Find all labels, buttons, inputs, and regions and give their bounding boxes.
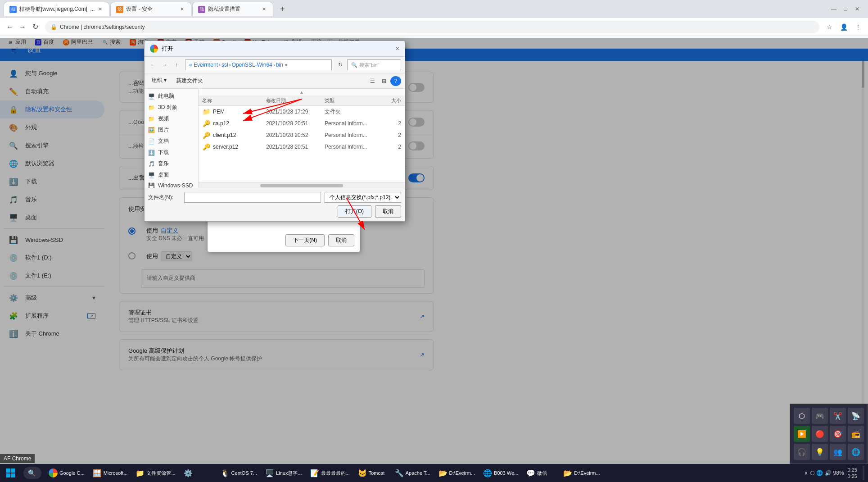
taskbar-item-apache[interactable]: 🔧 Apache T...	[391, 465, 434, 481]
fd-search-text: 搜索"bin"	[359, 62, 380, 68]
tray-popup-globe[interactable]: 🌐	[848, 444, 864, 460]
taskbar-search[interactable]: 🔍	[23, 467, 41, 479]
taskbar-clock[interactable]: 0:25 0:25	[848, 467, 857, 480]
taskbar-item-chrome[interactable]: Google C...	[45, 465, 88, 481]
tab-3-close[interactable]: ✕	[260, 6, 267, 13]
bc-item-eveirment[interactable]: « Eveirment	[189, 62, 218, 68]
fd-file-name-server: server.p12	[213, 144, 266, 150]
fd-refresh-btn[interactable]: ↻	[335, 60, 345, 70]
fd-open-button[interactable]: 打开(O)	[338, 205, 371, 218]
fd-sidebar-computer[interactable]: 🖥️此电脑	[145, 91, 198, 102]
address-bar[interactable]: 🔒 Chrome | chrome://settings/security	[45, 21, 819, 33]
fd-back-btn[interactable]: ←	[148, 60, 158, 70]
taskbar-item-microsoft[interactable]: 🪟 Microsoft...	[89, 465, 131, 481]
forward-button[interactable]: →	[16, 21, 29, 33]
window-maximize[interactable]: □	[840, 4, 851, 14]
bc-item-bin[interactable]: bin	[276, 62, 283, 68]
fd-sidebar-downloads[interactable]: ⬇️下载	[145, 147, 198, 158]
user-icon[interactable]: 👤	[837, 21, 850, 33]
taskbar-item-files[interactable]: 📁 文件资源管...	[132, 465, 179, 481]
reload-button[interactable]: ↻	[29, 21, 41, 33]
file-dialog-close[interactable]: ×	[396, 45, 399, 52]
fd-cancel-button[interactable]: 取消	[375, 205, 401, 218]
start-button[interactable]	[0, 464, 22, 482]
tray-popup-play[interactable]: ▶️	[794, 426, 810, 442]
next-page-button[interactable]: 下一页(N)	[285, 234, 325, 246]
fd-scrollbar-h[interactable]	[199, 182, 405, 188]
settings-icon[interactable]: ⋮	[852, 21, 864, 33]
show-desktop-btn[interactable]	[863, 466, 864, 480]
tray-popup-bulb[interactable]: 💡	[812, 444, 828, 460]
bookmark-star[interactable]: ☆	[823, 21, 836, 33]
fd-sidebar-windows-ssd[interactable]: 💾Windows-SSD	[145, 181, 198, 188]
taskbar-item-wechat[interactable]: 💬 微信	[523, 465, 559, 481]
fd-sidebar-docs[interactable]: 📄文档	[145, 136, 198, 147]
fd-col-name-header[interactable]: 名称	[202, 97, 266, 104]
tray-popup-headset[interactable]: 🎧	[794, 444, 810, 460]
tray-popup-red[interactable]: 🔴	[812, 426, 828, 442]
taskbar-tomcat-label: Tomcat	[369, 470, 384, 476]
taskbar-item-note[interactable]: 📝 最最最最的...	[307, 465, 353, 481]
fd-forward-btn[interactable]: →	[160, 60, 170, 70]
tray-chevron[interactable]: ∧	[804, 470, 808, 476]
fd-col-date-header[interactable]: 修改日期	[266, 97, 325, 104]
tab-1[interactable]: 桔 桔梗导航[www.jiegeng.Com]_... ✕	[4, 2, 109, 16]
fd-new-folder-btn[interactable]: 新建文件夹	[172, 75, 207, 86]
tray-popup-bluetooth[interactable]: ⬡	[794, 408, 810, 424]
fd-computer-icon: 🖥️	[148, 93, 155, 100]
tray-popup-group[interactable]: 👥	[830, 444, 846, 460]
fd-sidebar-music[interactable]: 🎵音乐	[145, 158, 198, 169]
tray-network[interactable]: 🌐	[816, 470, 823, 476]
taskbar-item-tomcat[interactable]: 🐱 Tomcat	[354, 465, 390, 481]
fd-help-btn[interactable]: ?	[390, 76, 401, 86]
fd-col-size-header[interactable]: 大小	[379, 97, 401, 104]
taskbar-item-centos[interactable]: 🐧 CentOS 7...	[217, 465, 261, 481]
taskbar-item-linux[interactable]: 🖥️ Linux息字...	[262, 465, 305, 481]
fd-filetype-select[interactable]: 个人信息交换(*.pfx;*.p12)	[325, 192, 401, 203]
fd-view-icons[interactable]: ⊞	[379, 76, 389, 86]
taskbar-item-explorer2[interactable]: 📂 D:\Eveirm...	[560, 465, 603, 481]
tray-popup-scissors[interactable]: ✂️	[830, 408, 846, 424]
fd-file-row-client[interactable]: 🔑 client.p12 2021/10/28 20:52 Personal I…	[199, 129, 405, 141]
fd-col-type-header[interactable]: 类型	[325, 97, 379, 104]
tray-popup-gamepad[interactable]: 🎮	[812, 408, 828, 424]
tab-1-close[interactable]: ✕	[96, 6, 104, 13]
fd-view-details[interactable]: ☰	[367, 76, 378, 86]
tray-battery[interactable]: 98%	[833, 470, 844, 476]
window-close[interactable]: ✕	[852, 4, 863, 14]
tray-volume[interactable]: 🔊	[825, 470, 832, 476]
window-minimize[interactable]: —	[828, 4, 839, 14]
fd-sidebar-pictures[interactable]: 🖼️图片	[145, 124, 198, 136]
fd-sidebar-3d[interactable]: 📁3D 对象	[145, 102, 198, 113]
new-tab-button[interactable]: +	[276, 3, 289, 15]
small-dialog-cancel-button[interactable]: 取消	[328, 234, 354, 246]
tab-2[interactable]: 设 设置 - 安全 ✕	[110, 2, 191, 16]
bc-dropdown[interactable]: ▾	[285, 63, 287, 68]
back-button[interactable]: ←	[4, 21, 16, 33]
fd-scrollbar-thumb-h[interactable]	[260, 184, 343, 187]
tray-bluetooth[interactable]: ⬡	[810, 470, 814, 476]
tab-3[interactable]: 隐 隐私设置措置 ✕	[192, 2, 273, 16]
taskbar-b003-label: B003 We...	[494, 470, 518, 476]
tray-popup-radio[interactable]: 📻	[848, 426, 864, 442]
fd-sidebar: 🖥️此电脑 📁3D 对象 📁视频 🖼️图片 📄文档 ⬇️下载 🎵音乐 🖥️桌面	[145, 89, 199, 188]
fd-sidebar-desktop[interactable]: 🖥️桌面	[145, 169, 198, 181]
taskbar-item-b003[interactable]: 🌐 B003 We...	[479, 465, 522, 481]
taskbar-item-explorer1[interactable]: 📂 D:\Eveirm...	[435, 465, 479, 481]
tab-2-close[interactable]: ✕	[178, 6, 185, 13]
nav-right: ☆ 👤 ⋮	[823, 21, 864, 33]
fd-up-btn[interactable]: ↑	[172, 60, 181, 70]
tray-popup-signal[interactable]: 📡	[848, 408, 864, 424]
tray-popup-target[interactable]: 🎯	[830, 426, 846, 442]
fd-sidebar-video[interactable]: 📁视频	[145, 113, 198, 124]
taskbar-wechat-icon: 💬	[526, 468, 535, 477]
fd-search-box[interactable]: 🔍 搜索"bin"	[347, 59, 401, 70]
fd-file-row-ca[interactable]: 🔑 ca.p12 2021/10/28 20:51 Personal Infor…	[199, 118, 405, 129]
bc-item-openssl[interactable]: OpenSSL-Win64	[232, 62, 272, 68]
taskbar-item-settings[interactable]: ⚙️	[180, 465, 216, 481]
fd-file-row-pem[interactable]: 📁 PEM 2021/10/28 17:29 文件夹	[199, 106, 405, 118]
bc-item-ssl[interactable]: ssl	[222, 62, 228, 68]
fd-file-row-server[interactable]: 🔑 server.p12 2021/10/28 20:51 Personal I…	[199, 141, 405, 153]
fd-organize-btn[interactable]: 组织 ▾	[148, 75, 170, 86]
fd-filename-input[interactable]	[184, 192, 321, 203]
